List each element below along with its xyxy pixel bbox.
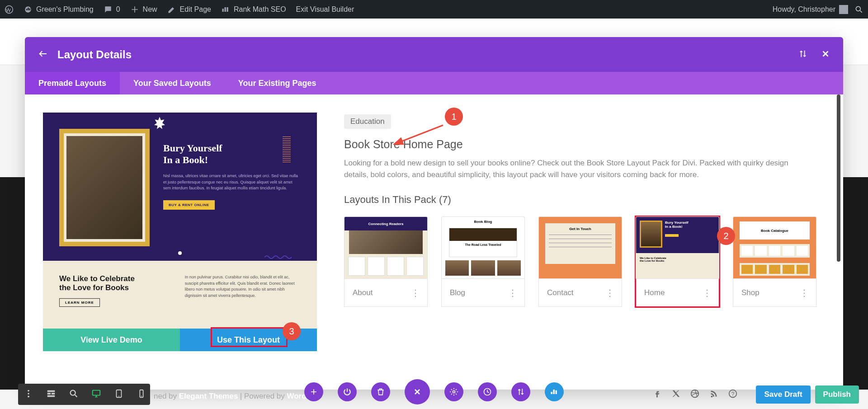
svg-point-15 [141, 395, 142, 396]
annotation-arrow [393, 123, 448, 150]
modal-header: Layout Details [25, 37, 843, 72]
svg-point-10 [71, 390, 75, 395]
stats-button[interactable] [545, 382, 564, 401]
zigzag-decoration [283, 135, 291, 162]
scrollbar[interactable] [837, 94, 840, 262]
search-icon[interactable] [854, 5, 863, 14]
exit-visual-builder-link[interactable]: Exit Visual Builder [296, 5, 354, 14]
svg-text:?: ? [731, 391, 735, 397]
close-builder-button[interactable] [405, 379, 430, 404]
preview-book-image [59, 129, 150, 246]
howdy-user[interactable]: Howdy, Christopher [773, 5, 848, 14]
layout-card-shop[interactable]: Book Catalogue Shop⋮ [733, 216, 816, 307]
rss-icon[interactable] [709, 389, 719, 400]
svg-point-16 [453, 391, 455, 393]
kebab-icon[interactable]: ⋮ [703, 290, 711, 296]
tab-existing-pages[interactable]: Your Existing Pages [225, 72, 330, 94]
close-icon[interactable] [821, 49, 830, 61]
publish-button[interactable]: Publish [815, 385, 859, 404]
zoom-icon[interactable] [69, 389, 79, 400]
modal-tabs: Premade Layouts Your Saved Layouts Your … [25, 72, 843, 94]
svg-rect-8 [52, 393, 55, 395]
settings-button[interactable] [444, 382, 463, 401]
kebab-icon[interactable] [24, 389, 33, 400]
svg-point-3 [28, 390, 29, 391]
layout-card-blog[interactable]: Book BlogThe Road Less Traveled Blog⋮ [441, 216, 525, 307]
layout-description: Looking for a bold new design to sell yo… [344, 157, 810, 180]
x-twitter-icon[interactable] [671, 389, 681, 400]
layout-card-home[interactable]: Bury YourselfIn a Book!We Like to Celebr… [636, 216, 719, 307]
layout-card-contact[interactable]: Get In Touch Contact⋮ [538, 216, 622, 307]
svg-rect-9 [47, 395, 55, 397]
kebab-icon[interactable]: ⋮ [411, 290, 419, 296]
svg-point-13 [118, 395, 119, 396]
dribbble-icon[interactable] [690, 389, 700, 400]
new-content-link[interactable]: New [130, 5, 157, 14]
builder-toolbox [18, 384, 150, 405]
wave-decoration [264, 254, 292, 260]
phone-icon[interactable] [137, 389, 146, 400]
svg-rect-11 [93, 390, 100, 395]
power-button[interactable] [338, 382, 357, 401]
add-button[interactable] [304, 382, 323, 401]
avatar [839, 5, 848, 14]
tab-saved-layouts[interactable]: Your Saved Layouts [120, 72, 225, 94]
annotation-2: 2 [717, 227, 735, 245]
layout-modal: Layout Details Premade Layouts Your Save… [25, 37, 843, 390]
layouts-row: Connecting Readers About⋮ Book BlogThe R… [344, 216, 825, 307]
kebab-icon[interactable]: ⋮ [508, 290, 516, 296]
wireframe-icon[interactable] [46, 389, 56, 400]
layouts-pack-title: Layouts In This Pack (7) [344, 194, 825, 206]
sort-icon[interactable] [798, 49, 808, 61]
preview-bottom: We Like to Celebrate the Love for Books … [43, 261, 317, 329]
comments-link[interactable]: 0 [104, 5, 120, 14]
rank-math-link[interactable]: Rank Math SEO [221, 5, 286, 14]
wp-logo[interactable] [5, 5, 14, 14]
tab-premade-layouts[interactable]: Premade Layouts [25, 72, 120, 94]
svg-line-2 [400, 125, 443, 142]
history-button[interactable] [478, 382, 497, 401]
svg-point-4 [28, 393, 29, 395]
delete-button[interactable] [371, 382, 390, 401]
builder-center-controls [304, 379, 564, 404]
svg-rect-6 [47, 390, 55, 392]
facebook-icon[interactable] [652, 389, 662, 400]
svg-point-1 [856, 6, 860, 11]
svg-rect-7 [47, 393, 51, 395]
layout-details: Education Book Store Home Page Looking f… [344, 113, 825, 390]
view-live-demo-button[interactable]: View Live Demo [43, 329, 180, 351]
modal-title: Layout Details [57, 48, 132, 61]
swap-button[interactable] [511, 382, 530, 401]
kebab-icon[interactable]: ⋮ [605, 290, 613, 296]
desktop-icon[interactable] [91, 389, 101, 400]
annotation-1: 1 [445, 108, 463, 126]
social-icons: ? [652, 389, 738, 400]
tablet-icon[interactable] [114, 389, 124, 400]
layout-preview: Bury Yourself In a Book! Nisl massa, ult… [43, 113, 317, 390]
svg-point-5 [28, 395, 29, 397]
back-button[interactable] [38, 48, 48, 61]
site-name-link[interactable]: Green's Plumbing [24, 5, 94, 14]
annotation-3: 3 [283, 322, 301, 340]
edit-page-link[interactable]: Edit Page [167, 5, 211, 14]
help-icon[interactable]: ? [728, 389, 738, 400]
builder-right-controls: ? Save Draft Publish [652, 385, 859, 404]
slider-dot [178, 251, 182, 255]
star-icon [151, 116, 168, 132]
save-draft-button[interactable]: Save Draft [756, 385, 810, 404]
preview-hero: Bury Yourself In a Book! Nisl massa, ult… [43, 113, 317, 261]
category-tag[interactable]: Education [344, 114, 391, 129]
wp-admin-bar: Green's Plumbing 0 New Edit Page Rank Ma… [0, 0, 868, 19]
kebab-icon[interactable]: ⋮ [800, 290, 808, 296]
footer-text: ned by Elegant Themes | Powered by Word [154, 392, 307, 401]
layout-card-about[interactable]: Connecting Readers About⋮ [344, 216, 428, 307]
